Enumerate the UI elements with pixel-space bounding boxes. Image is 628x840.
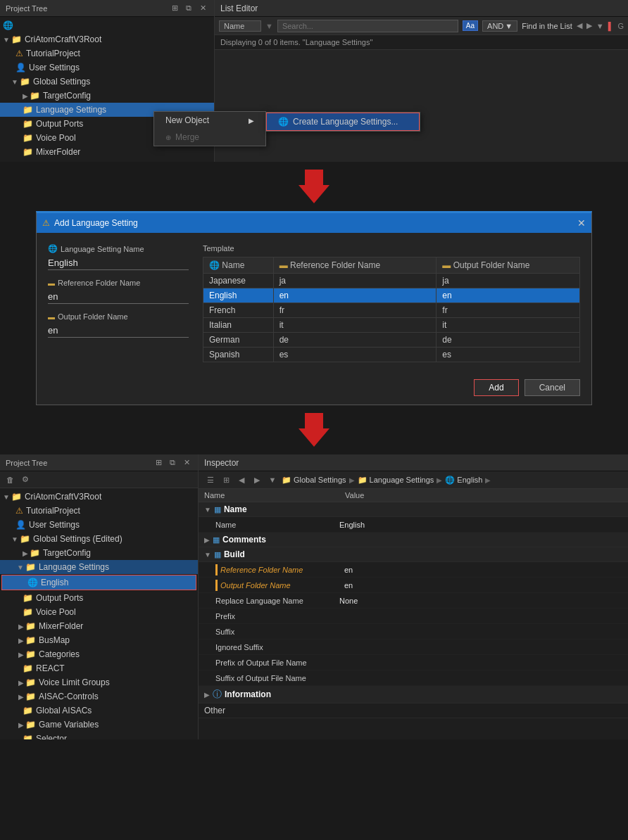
ref-folder-icon: ▬ xyxy=(48,279,55,287)
section-other-header[interactable]: Other xyxy=(199,704,628,718)
nav-next-icon[interactable]: ▶ xyxy=(251,473,263,486)
bottom-tree-content: ▼ 📁 CriAtomCraftV3Root ⚠ TutorialProject… xyxy=(0,488,198,739)
lang-name-input[interactable] xyxy=(48,256,189,270)
create-language-settings-item[interactable]: 🌐 Create Language Settings... xyxy=(266,113,420,131)
bottom-tree-mixer[interactable]: ▶ 📁 MixerFolder xyxy=(0,619,198,633)
section-comments-arrow: ▶ xyxy=(204,536,210,544)
new-object-label: New Object xyxy=(165,115,209,125)
bottom-trash-icon[interactable]: 🗑 xyxy=(4,474,15,485)
bottom-tree-lang-settings[interactable]: ▼ 📁 Language Settings xyxy=(0,560,198,574)
tree-globe-header[interactable]: 🌐 xyxy=(0,18,214,32)
nav-prev-icon[interactable]: ◀ xyxy=(235,473,248,486)
list-name-filter[interactable]: Name xyxy=(219,20,261,32)
bottom-tree-categories[interactable]: ▶ 📁 Categories xyxy=(0,647,198,661)
orange-bar-ref xyxy=(215,564,218,575)
template-row-italian[interactable]: Italian it it xyxy=(203,318,580,333)
section-info-header[interactable]: ▶ ⓘ Information xyxy=(199,686,628,704)
section-comments-header[interactable]: ▶ ▦ Comments xyxy=(199,533,628,547)
bottom-tree-user[interactable]: 👤 User Settings xyxy=(0,518,198,532)
find-label[interactable]: Find in the List xyxy=(522,22,572,30)
template-row-japanese[interactable]: Japanese ja ja xyxy=(203,274,580,288)
bottom-tree-icon1[interactable]: ⊞ xyxy=(153,457,164,469)
dialog-close-btn[interactable]: ✕ xyxy=(577,217,586,229)
list-status: Displaying 0 of 0 items. "Language Setti… xyxy=(215,35,628,50)
section-name-header[interactable]: ▼ ▦ Name xyxy=(199,502,628,517)
template-row-german[interactable]: German de de xyxy=(203,333,580,348)
prop-output-folder-value[interactable]: en xyxy=(344,581,622,590)
bottom-tree-global-aisac[interactable]: 📁 Global AISACs xyxy=(0,704,198,718)
nav-list-icon[interactable]: ☰ xyxy=(204,473,217,486)
output-folder-input[interactable] xyxy=(48,324,189,338)
section-build-header[interactable]: ▼ ▦ Build xyxy=(199,547,628,562)
and-filter[interactable]: AND ▼ xyxy=(482,20,517,32)
template-row-english[interactable]: English en en xyxy=(203,288,580,303)
template-row-spanish[interactable]: Spanish es es xyxy=(203,348,580,362)
nav-g[interactable]: G xyxy=(617,22,624,30)
bottom-target-arrow: ▶ xyxy=(23,549,28,557)
section-build-arrow: ▼ xyxy=(204,551,211,559)
breadcrumb-global[interactable]: 📁 Global Settings xyxy=(282,476,346,485)
top-tree-close[interactable]: ✕ xyxy=(197,3,208,14)
bottom-tree-game-vars[interactable]: ▶ 📁 Game Variables xyxy=(0,718,198,732)
list-search-input[interactable] xyxy=(277,20,458,32)
nav-flag[interactable]: ▌ xyxy=(608,22,614,30)
tree-root[interactable]: ▼ 📁 CriAtomCraftV3Root xyxy=(0,32,214,46)
bottom-tree-aisac-controls[interactable]: ▶ 📁 AISAC-Controls xyxy=(0,689,198,704)
bottom-gear-icon[interactable]: ⚙ xyxy=(20,474,31,485)
breadcrumb-english[interactable]: 🌐 English xyxy=(445,476,482,485)
bottom-gaisac-label: Global AISACs xyxy=(36,706,92,715)
prop-output-folder-label: Output Folder Name xyxy=(220,581,344,590)
bottom-tree-english[interactable]: 🌐 English xyxy=(2,575,196,590)
bottom-tree-voice-limit[interactable]: ▶ 📁 Voice Limit Groups xyxy=(0,675,198,689)
top-tree-icon1[interactable]: ⊞ xyxy=(169,3,180,14)
top-tree-icon2[interactable]: ⧉ xyxy=(183,3,194,14)
section-comments-icon: ▦ xyxy=(213,535,220,545)
bottom-tree-root[interactable]: ▼ 📁 CriAtomCraftV3Root xyxy=(0,490,198,504)
bottom-busmap-folder: 📁 xyxy=(25,635,36,645)
bottom-tree-global[interactable]: ▼ 📁 Global Settings (Edited) xyxy=(0,532,198,546)
section-build-icon: ▦ xyxy=(214,550,221,559)
prop-replace-lang-value[interactable]: None xyxy=(339,597,622,605)
bottom-tree-react[interactable]: 📁 REACT xyxy=(0,661,198,675)
bottom-voice-folder: 📁 xyxy=(23,607,33,617)
bottom-tree-voice-pool[interactable]: 📁 Voice Pool xyxy=(0,605,198,619)
prop-ignored-suffix-label: Ignored Suffix xyxy=(215,643,339,651)
globe-icon: 🌐 xyxy=(3,20,13,30)
nav-left[interactable]: ◀ xyxy=(577,21,582,30)
cancel-button[interactable]: Cancel xyxy=(525,379,580,396)
bottom-tree-targetconfig[interactable]: ▶ 📁 TargetConfig xyxy=(0,546,198,560)
dialog-body: 🌐 Language Setting Name ▬ Reference Fold… xyxy=(37,233,591,374)
bottom-tree-close[interactable]: ✕ xyxy=(181,457,192,469)
prop-prefix-label: Prefix xyxy=(215,612,339,621)
english-ref: en xyxy=(273,288,437,303)
bottom-busmap-arrow: ▶ xyxy=(18,637,24,644)
nav-right[interactable]: ▶ xyxy=(586,21,592,30)
tree-tutorial-icon: ⚠ xyxy=(15,49,23,58)
prop-name-value[interactable]: English xyxy=(339,521,622,529)
context-menu-new-object[interactable]: New Object ▶ 🌐 Create Language Settings.… xyxy=(154,112,265,129)
bottom-tree-busmap[interactable]: ▶ 📁 BusMap xyxy=(0,633,198,647)
aa-badge: Aa xyxy=(463,20,478,31)
tree-tutorial[interactable]: ⚠ TutorialProject xyxy=(0,46,214,61)
breadcrumb-english-label: English xyxy=(457,476,482,484)
tree-user-settings[interactable]: 👤 User Settings xyxy=(0,61,214,75)
nav-down-icon[interactable]: ▼ xyxy=(266,473,279,486)
tree-target-folder: 📁 xyxy=(30,91,40,101)
submenu-arrow: ▶ xyxy=(249,117,254,125)
template-row-french[interactable]: French fr fr xyxy=(203,303,580,318)
add-button[interactable]: Add xyxy=(474,379,518,396)
tree-global-settings[interactable]: ▼ 📁 Global Settings xyxy=(0,75,214,89)
bottom-tree-selector[interactable]: 📁 Selector xyxy=(0,732,198,739)
bottom-tree-tutorial[interactable]: ⚠ TutorialProject xyxy=(0,504,198,518)
list-editor-title: List Editor xyxy=(220,4,258,13)
nav-grid-icon[interactable]: ⊞ xyxy=(220,473,232,486)
context-menu: New Object ▶ 🌐 Create Language Settings.… xyxy=(153,111,266,146)
prop-ref-folder-value[interactable]: en xyxy=(344,566,622,574)
ref-folder-input[interactable] xyxy=(48,290,189,304)
bottom-tree-output-ports[interactable]: 📁 Output Ports xyxy=(0,591,198,605)
tree-targetconfig[interactable]: ▶ 📁 TargetConfig xyxy=(0,89,214,103)
bottom-tree-icon2[interactable]: ⧉ xyxy=(167,457,178,469)
nav-down[interactable]: ▼ xyxy=(596,22,604,30)
breadcrumb-lang[interactable]: 📁 Language Settings xyxy=(358,476,434,485)
tree-mixer-folder[interactable]: 📁 MixerFolder xyxy=(0,145,214,159)
